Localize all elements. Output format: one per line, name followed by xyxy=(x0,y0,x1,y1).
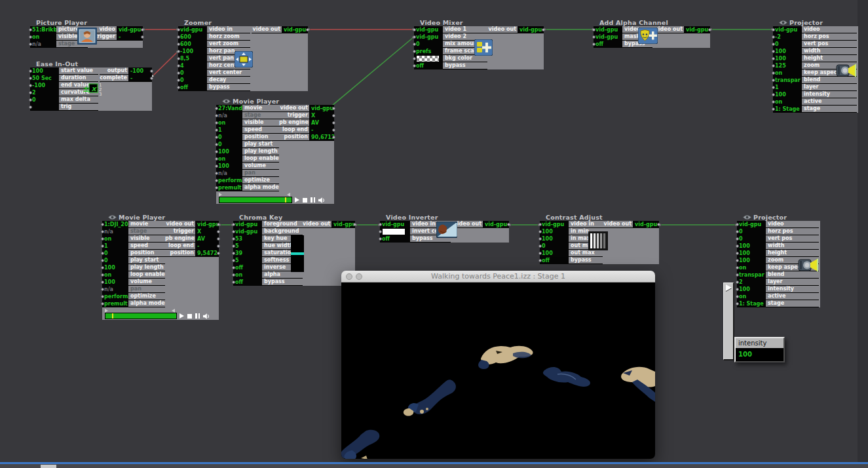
output-value[interactable]: vid-gpu xyxy=(282,26,308,33)
input-port-frame-scale[interactable] xyxy=(413,50,416,53)
input-port-in-max[interactable] xyxy=(538,237,542,241)
input-value[interactable]: n/a xyxy=(30,41,56,48)
output-port-trigger[interactable] xyxy=(141,35,144,39)
input-value[interactable]: vid-gpu xyxy=(380,221,410,228)
output-value[interactable]: - xyxy=(195,243,219,250)
transparent-color-swatch[interactable] xyxy=(417,56,439,62)
input-port-bypass[interactable] xyxy=(232,281,235,284)
input-value[interactable]: 100 xyxy=(773,55,802,62)
actor-zoomer[interactable]: Zoomervid-gpuvideo invideo outvid-gpu600… xyxy=(178,18,308,91)
input-port-movie[interactable] xyxy=(215,107,218,110)
input-value[interactable]: on xyxy=(773,69,802,77)
actor-title-picture-player[interactable]: Picture Player xyxy=(30,18,143,26)
input-port-active[interactable] xyxy=(736,295,739,298)
input-port-stage[interactable] xyxy=(772,107,775,111)
input-value[interactable]: 0 xyxy=(540,243,569,250)
input-value[interactable]: 100 xyxy=(737,250,766,257)
input-value[interactable]: transpar xyxy=(773,77,802,84)
actor-ease-in-out[interactable]: Ease In-Out100start valueoutput-10050 Se… xyxy=(30,60,152,111)
input-value[interactable]: off xyxy=(178,84,207,91)
output-port-trigger[interactable] xyxy=(217,230,220,233)
output-value[interactable]: - xyxy=(117,33,143,41)
input-value[interactable] xyxy=(380,228,410,235)
output-value[interactable]: 90,6712 xyxy=(309,134,334,141)
input-port-width[interactable] xyxy=(736,244,739,248)
input-value[interactable]: 100 xyxy=(540,235,569,243)
input-port-horz-pos[interactable] xyxy=(772,35,775,39)
output-port-video[interactable] xyxy=(141,28,144,31)
input-port-pan[interactable] xyxy=(215,172,218,175)
input-value[interactable]: 100 xyxy=(737,243,766,250)
input-value[interactable]: 27:Vand xyxy=(216,105,242,112)
pause-button-icon[interactable] xyxy=(195,313,200,319)
window-minimize-button[interactable] xyxy=(356,273,362,280)
input-value[interactable]: 8,5 xyxy=(178,55,207,62)
input-port-trig[interactable] xyxy=(29,106,32,109)
input-port-intensity[interactable] xyxy=(736,288,739,291)
input-value[interactable]: 100 xyxy=(773,91,802,98)
input-port-vert-pos[interactable] xyxy=(772,43,775,46)
actor-title-zoomer[interactable]: Zoomer xyxy=(178,18,308,26)
input-port-keep-aspect[interactable] xyxy=(736,266,739,269)
input-value[interactable]: off xyxy=(540,257,569,264)
input-port-mask[interactable] xyxy=(592,35,595,39)
input-port-play-length[interactable] xyxy=(101,266,104,269)
input-value[interactable]: 0 xyxy=(414,41,443,48)
output-port-video-out[interactable] xyxy=(708,28,711,31)
input-value[interactable]: 125 xyxy=(773,62,802,69)
input-port-video-2[interactable] xyxy=(413,35,416,39)
input-value[interactable]: 100 xyxy=(540,250,569,257)
input-value[interactable]: performa xyxy=(216,177,242,184)
output-port-video-out[interactable] xyxy=(306,28,309,31)
actor-add-alpha-channel[interactable]: Add Alpha Channelvid-gpuvideovideo outvi… xyxy=(594,18,710,48)
input-value[interactable]: 0 xyxy=(773,41,802,48)
output-value[interactable]: vid-gpu xyxy=(331,221,355,228)
input-port-optimize[interactable] xyxy=(215,179,218,182)
input-value[interactable]: 5 xyxy=(233,257,262,264)
input-port-invert-color[interactable] xyxy=(379,230,382,233)
input-value[interactable]: 2 xyxy=(30,89,59,96)
input-port-video[interactable] xyxy=(736,223,739,226)
actor-title-video-mixer[interactable]: Video Mixer xyxy=(414,18,544,26)
actor-title-contrast-adjust[interactable]: Contrast Adjust xyxy=(540,213,659,221)
input-value[interactable]: n/a xyxy=(102,228,128,235)
actor-movie-player-1[interactable]: Movie Player27:Vandmovievideo outvid-gpu… xyxy=(216,97,334,204)
output-port-pb-engine[interactable] xyxy=(332,121,335,125)
input-port-loop-enable[interactable] xyxy=(101,273,104,277)
input-value[interactable]: vid-gpu xyxy=(737,221,766,228)
output-value[interactable]: vid-gpu xyxy=(195,221,219,228)
input-value[interactable]: 4 xyxy=(178,62,207,69)
output-port-video-out[interactable] xyxy=(332,107,335,110)
input-port-pan[interactable] xyxy=(101,288,104,291)
actor-projector-2[interactable]: Projectorvid-gpuvideo0horz pos0vert pos1… xyxy=(737,213,820,307)
output-port-position[interactable] xyxy=(217,252,220,255)
input-port-foreground[interactable] xyxy=(232,223,235,226)
actor-picture-player[interactable]: Picture Player51:Brikbpicturevideovid-gp… xyxy=(30,18,143,48)
white-color-swatch[interactable] xyxy=(383,229,405,235)
input-port-optimize[interactable] xyxy=(101,295,104,298)
input-port-speed[interactable] xyxy=(101,244,104,248)
input-value[interactable]: n/a xyxy=(216,170,242,177)
actor-title-projector-1[interactable]: Projector xyxy=(773,18,858,26)
input-value[interactable]: -2 xyxy=(773,33,802,41)
input-port-active[interactable] xyxy=(772,100,775,104)
actor-video-mixer[interactable]: Video Mixervid-gpuvideo 1video outvid-gp… xyxy=(414,18,544,69)
input-value[interactable]: on xyxy=(102,271,128,279)
input-value[interactable]: off xyxy=(233,279,262,286)
input-value[interactable]: 1 xyxy=(102,243,128,250)
input-value[interactable]: vid-gpu xyxy=(233,228,262,235)
speaker-icon[interactable] xyxy=(203,313,210,319)
actor-video-inverter[interactable]: Video Invertervid-gpuvideo invideo outvi… xyxy=(380,213,509,243)
input-value[interactable]: n/a xyxy=(216,112,242,119)
input-value[interactable]: 0 xyxy=(30,96,59,104)
input-port-layer[interactable] xyxy=(772,86,775,89)
output-value[interactable]: - xyxy=(309,127,334,134)
input-value[interactable]: vid-gpu xyxy=(233,221,262,228)
input-value[interactable]: 0 xyxy=(102,250,128,257)
input-port-alpha-mode[interactable] xyxy=(215,186,218,189)
output-port-pb-engine[interactable] xyxy=(217,237,220,241)
input-value[interactable] xyxy=(414,55,443,62)
input-value[interactable]: 100 xyxy=(216,163,242,170)
input-value[interactable]: vid-gpu xyxy=(178,26,207,33)
input-port-height[interactable] xyxy=(772,57,775,60)
